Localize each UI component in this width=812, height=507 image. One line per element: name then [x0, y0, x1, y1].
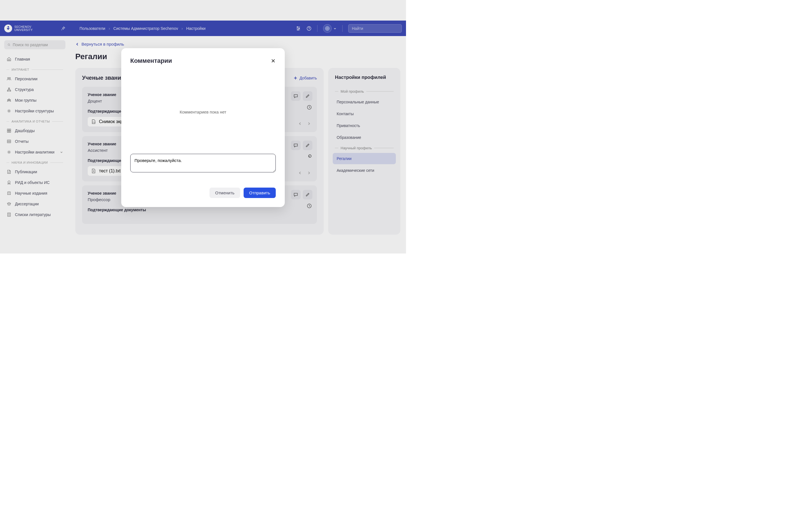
close-button[interactable]	[271, 58, 276, 63]
close-icon	[271, 58, 276, 63]
empty-state: Комментариев пока нет	[130, 70, 276, 154]
comments-modal: Комментарии Комментариев пока нет Отмени…	[121, 48, 285, 207]
comment-textarea[interactable]	[130, 154, 276, 172]
submit-button[interactable]: Отправить	[244, 187, 276, 198]
cancel-button[interactable]: Отменить	[209, 187, 240, 198]
modal-title: Комментарии	[130, 57, 172, 64]
